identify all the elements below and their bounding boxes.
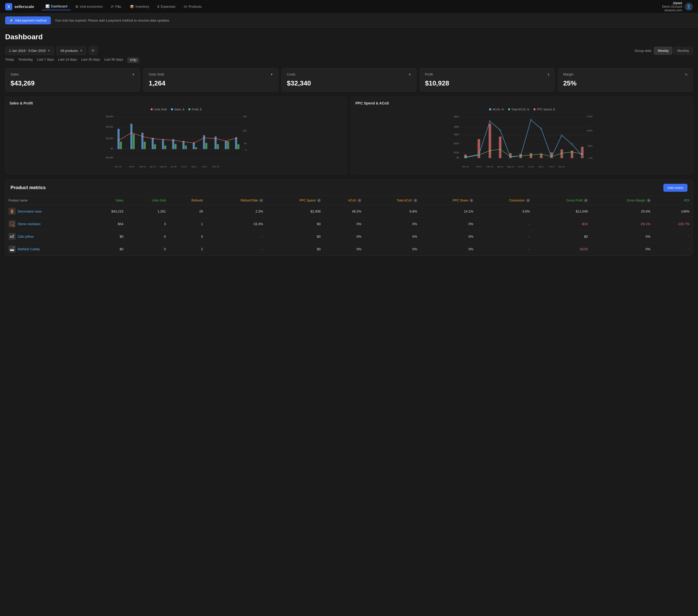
shuffle-icon: ⇄: [111, 5, 114, 9]
svg-rect-28: [193, 143, 195, 149]
filter-icon-button[interactable]: ⟳: [89, 46, 98, 55]
close-gross-margin-button[interactable]: ✕: [647, 199, 651, 202]
table-row: 🏺 Decorative vase $43,215 1,261 29 2.3% …: [5, 205, 693, 218]
svg-point-99: [582, 155, 583, 157]
svg-point-100: [465, 157, 466, 158]
roi-cell: –: [654, 230, 693, 243]
svg-text:Dec 30: Dec 30: [462, 166, 469, 168]
product-name-link[interactable]: Stone necklace: [18, 222, 41, 226]
sales-profit-chart: Sales & Profit Units Sold Sales, $ Profi…: [5, 97, 347, 174]
weekly-button[interactable]: Weekly: [654, 47, 672, 55]
ppc-acos-svg: $500 $400 $300 $200 $100 $0 150% 100% 50…: [355, 113, 688, 170]
group-data-label: Group data: [634, 49, 651, 53]
total-acos-cell: 0%: [364, 218, 420, 230]
add-metric-button[interactable]: Add metric: [664, 184, 687, 192]
product-metrics-table: Product name Sales Units Sold Refunds: [5, 196, 693, 255]
svg-rect-22: [162, 140, 164, 149]
close-acos-button[interactable]: ✕: [358, 199, 361, 202]
refunds-cell: 0: [169, 230, 206, 243]
svg-rect-36: [235, 138, 237, 149]
quick-last90[interactable]: Last 90 days: [104, 57, 123, 63]
svg-point-46: [204, 137, 205, 139]
close-conversion-button[interactable]: ✕: [526, 199, 530, 202]
nav-item-pl[interactable]: ⇄ P&L: [107, 3, 125, 10]
sales-profit-chart-area: $6,000 $4,000 $2,000 $0 -$2,000 140 100 …: [10, 113, 343, 170]
close-ppc-spend-button[interactable]: ✕: [317, 199, 321, 202]
svg-rect-35: [227, 141, 229, 149]
acos-cell: 0%: [324, 243, 365, 255]
percent-icon: %: [685, 73, 687, 76]
ppc-acos-chart-area: $500 $400 $300 $200 $100 $0 150% 100% 50…: [355, 113, 688, 170]
svg-text:Mar 10: Mar 10: [487, 166, 493, 168]
legend-sales: Sales, $: [171, 108, 184, 111]
chevron-down-icon[interactable]: ▼: [408, 73, 411, 76]
quick-yesterday[interactable]: Yesterday: [18, 57, 33, 63]
svg-point-38: [118, 140, 119, 141]
metric-card-sales: Sales ▼ $43,269: [5, 68, 140, 92]
sales-dot: [171, 108, 173, 110]
nav-item-dashboard[interactable]: 📊 Dashboard: [42, 3, 71, 10]
close-ppc-share-button[interactable]: ✕: [470, 199, 473, 202]
quick-last30[interactable]: Last 30 days: [81, 57, 100, 63]
gross-profit-cell: -$16: [533, 218, 591, 230]
roi-cell: –: [654, 243, 693, 255]
close-total-acos-button[interactable]: ✕: [414, 199, 417, 202]
sales-profit-legend: Units Sold Sales, $ Profit, $: [10, 108, 343, 111]
nav-item-products[interactable]: 🗃 Products: [180, 3, 205, 10]
product-cell: 🛁 Bathtub Caddy: [5, 243, 88, 255]
product-name-link[interactable]: Decorative vase: [18, 209, 42, 213]
profit-label: Profit: [425, 72, 433, 76]
table-row: 🛋 Zafu pillow $0 0 0 – $0 0% 0% 0% –: [5, 230, 693, 243]
svg-text:$500: $500: [454, 115, 459, 118]
svg-text:May 19: May 19: [507, 166, 514, 168]
chevron-down-icon[interactable]: ▼: [270, 73, 273, 76]
ppc-share-cell: 0%: [420, 243, 476, 255]
nav-items: 📊 Dashboard ⊞ Unit economics ⇄ P&L 📦 Inv…: [42, 3, 662, 10]
legend-profit: Profit, $: [189, 108, 201, 111]
svg-point-94: [530, 119, 532, 121]
svg-point-97: [561, 135, 562, 136]
user-handle: @paul: [662, 1, 682, 5]
add-payment-button[interactable]: ⚡ Add payment method: [5, 16, 51, 24]
sales-cell: $43,215: [88, 205, 126, 218]
nav-item-inventory[interactable]: 📦 Inventory: [126, 3, 153, 10]
svg-text:100: 100: [243, 129, 247, 132]
sales-cell: $54: [88, 218, 126, 230]
nav-item-unit-economics[interactable]: ⊞ Unit economics: [72, 3, 106, 10]
user-menu[interactable]: @paul Demo Account amazon.com 👤: [662, 1, 693, 12]
logo[interactable]: S sellerscale: [5, 3, 34, 10]
close-gross-profit-button[interactable]: ✕: [584, 199, 588, 202]
quick-today[interactable]: Today: [5, 57, 14, 63]
quick-ytd[interactable]: YTD: [127, 57, 139, 63]
gross-margin-cell: 25.6%: [591, 205, 653, 218]
conversion-cell: –: [476, 243, 533, 255]
products-filter[interactable]: All products ▼: [56, 46, 86, 55]
logo-icon: S: [5, 3, 12, 10]
date-range-picker[interactable]: 1 Jan 2019 - 9 Dec 2019 ▼: [5, 46, 54, 55]
product-cell: 🏺 Decorative vase: [5, 205, 88, 218]
svg-point-39: [131, 132, 132, 134]
svg-text:Dec 30: Dec 30: [115, 166, 122, 168]
svg-rect-15: [120, 142, 122, 149]
user-account: Demo Account: [662, 5, 682, 9]
units-sold-cell: 1,261: [126, 205, 169, 218]
product-name-link[interactable]: Zafu pillow: [18, 235, 33, 238]
quick-last14[interactable]: Last 14 days: [58, 57, 77, 63]
close-refund-rate-button[interactable]: ✕: [260, 199, 263, 202]
product-name-link[interactable]: Bathtub Caddy: [18, 247, 40, 251]
product-thumbnail: 🛁: [9, 246, 16, 253]
refund-rate-cell: 2.3%: [206, 205, 266, 218]
nav-item-expenses[interactable]: $ Expenses: [154, 3, 179, 10]
monthly-button[interactable]: Monthly: [673, 47, 693, 55]
svg-text:Oct 6: Oct 6: [549, 166, 554, 168]
svg-text:Jul 28: Jul 28: [181, 166, 186, 168]
quick-last7[interactable]: Last 7 days: [37, 57, 54, 63]
roi-cell: 146%: [654, 205, 693, 218]
chevron-down-icon[interactable]: ▼: [132, 73, 135, 76]
user-avatar[interactable]: 👤: [685, 3, 693, 11]
svg-rect-29: [195, 147, 197, 149]
chevron-down-icon: ▼: [47, 49, 50, 52]
svg-point-98: [571, 143, 573, 145]
product-thumbnail: 🛋: [9, 233, 16, 240]
product-metrics-header: Product metrics Add metric: [5, 180, 693, 196]
